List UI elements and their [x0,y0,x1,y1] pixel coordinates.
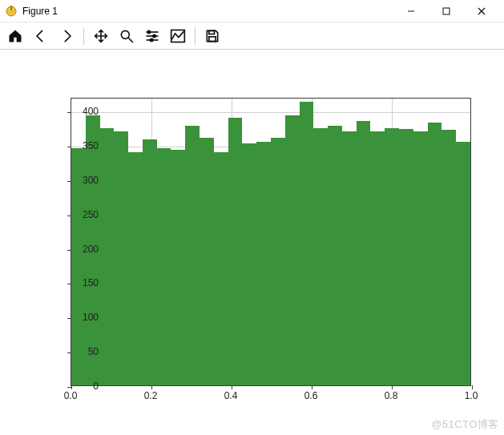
toolbar-separator [83,27,84,45]
ytick-label: 400 [71,106,99,117]
ytick-label: 150 [71,277,99,288]
ytick-label: 350 [71,140,99,151]
ytick-label: 250 [71,209,99,220]
bar [185,126,200,385]
bar [157,148,171,385]
ytick-label: 200 [71,244,99,255]
bar [399,129,413,385]
svg-rect-16 [209,36,216,41]
bar [285,115,300,385]
bar [342,131,357,385]
bar [171,150,185,385]
watermark: @51CTO博客 [431,417,499,432]
bar [456,142,470,385]
bar [357,121,371,385]
toolbar-separator [195,27,196,45]
bar [114,131,128,385]
edit-icon[interactable] [167,26,188,46]
svg-point-12 [153,34,155,37]
xtick-label: 0.4 [224,390,238,401]
pan-icon[interactable] [91,26,111,46]
bar [228,118,243,385]
svg-rect-3 [443,8,450,14]
titlebar: Figure 1 [0,0,504,22]
close-button[interactable] [464,0,499,22]
svg-point-11 [147,30,150,33]
bar [128,152,143,385]
svg-rect-1 [10,6,12,10]
bar [200,138,214,385]
back-icon[interactable] [30,26,51,46]
toolbar [0,22,504,50]
svg-point-6 [121,30,129,38]
bar [328,126,342,385]
forward-icon[interactable] [56,26,77,46]
bar [100,128,115,385]
svg-rect-15 [209,30,215,34]
bar [242,143,256,385]
xtick-label: 0.2 [144,390,158,401]
bar [300,102,314,385]
xtick-label: 0.8 [385,390,398,401]
bar [271,138,285,385]
minimize-button[interactable] [393,0,429,22]
home-icon[interactable] [5,26,26,46]
bar [370,131,385,385]
bar [143,139,157,385]
zoom-icon[interactable] [116,26,137,46]
ytick-label: 50 [71,346,99,357]
save-icon[interactable] [202,26,223,46]
bar [442,130,456,385]
ytick-label: 300 [71,175,99,186]
histogram-bars [71,99,470,385]
xtick-label: 0.0 [64,390,78,401]
bar [313,128,328,385]
app-icon [5,5,18,18]
svg-line-7 [129,38,133,42]
xtick-label: 1.0 [465,390,478,401]
bar [256,142,271,385]
bar [214,152,228,385]
xtick-label: 0.6 [304,390,318,401]
window-controls [393,0,499,22]
bar [428,123,442,385]
bar [385,128,399,385]
bar [413,131,428,385]
window-title: Figure 1 [22,6,393,17]
ytick-label: 100 [71,312,99,323]
maximize-button[interactable] [429,0,464,22]
svg-point-13 [151,38,153,41]
plot-area: 050100150200250300350400 0.00.20.40.60.8… [0,50,504,435]
chart-axes [71,98,471,386]
subplots-icon[interactable] [142,26,163,46]
